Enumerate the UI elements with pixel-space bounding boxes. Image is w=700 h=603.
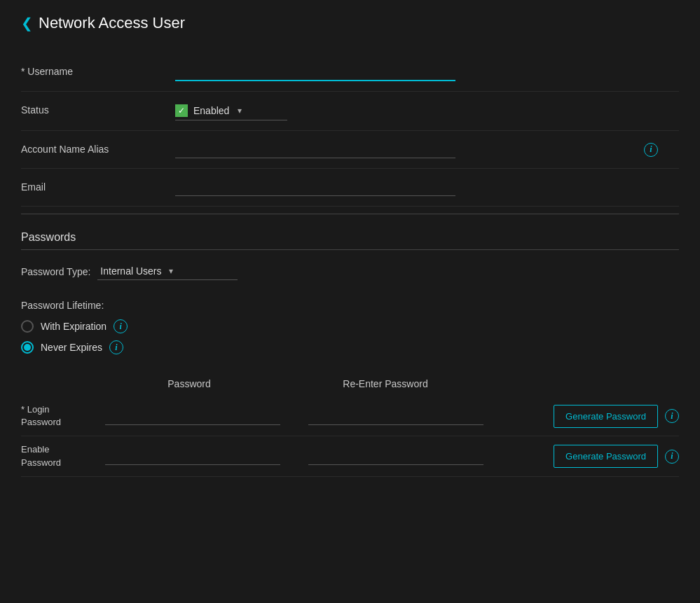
- password-lifetime-radio-group: With Expiration i Never Expires i: [21, 319, 679, 354]
- enable-password-label: EnablePassword: [21, 443, 98, 469]
- account-name-alias-label: Account Name Alias: [21, 141, 175, 155]
- account-alias-info-icon[interactable]: i: [644, 143, 658, 157]
- login-generate-password-button[interactable]: Generate Password: [554, 405, 658, 428]
- status-dropdown[interactable]: ✓ Enabled ▾: [175, 102, 287, 120]
- never-expires-label: Never Expires: [41, 342, 102, 353]
- login-password-reenter-input[interactable]: [308, 408, 483, 425]
- username-input-wrapper: [175, 63, 455, 81]
- page-title-bar: ❮ Network Access User: [21, 14, 679, 32]
- username-label: * Username: [21, 63, 175, 77]
- passwords-section-header: Passwords: [21, 221, 679, 250]
- never-expires-radio[interactable]: [21, 341, 34, 354]
- with-expiration-option[interactable]: With Expiration i: [21, 319, 679, 333]
- enable-password-info-icon[interactable]: i: [665, 450, 679, 464]
- password-fields-section: Password Re-Enter Password * LoginPasswo…: [21, 378, 679, 477]
- email-input-wrapper: [175, 179, 455, 196]
- back-arrow-icon[interactable]: ❮: [21, 15, 33, 32]
- password-columns-header: Password Re-Enter Password: [21, 378, 679, 389]
- enable-generate-password-button[interactable]: Generate Password: [554, 445, 658, 468]
- passwords-section-divider: [21, 214, 679, 214]
- page-title: Network Access User: [39, 14, 185, 32]
- password-lifetime-section: Password Lifetime: With Expiration i Nev…: [21, 290, 679, 364]
- password-type-dropdown-arrow-icon: ▾: [169, 266, 173, 276]
- login-password-label: * LoginPassword: [21, 403, 98, 429]
- status-value: Enabled: [193, 105, 229, 116]
- enable-password-actions: Generate Password i: [554, 445, 679, 468]
- account-name-alias-input-wrapper: [175, 141, 455, 158]
- with-expiration-info-icon[interactable]: i: [114, 319, 128, 333]
- login-password-input[interactable]: [105, 408, 280, 425]
- username-row: * Username: [21, 53, 679, 92]
- status-label: Status: [21, 102, 175, 116]
- login-password-row: * LoginPassword Generate Password i: [21, 396, 679, 436]
- password-type-label: Password Type:: [21, 266, 90, 277]
- password-type-value: Internal Users: [100, 265, 161, 277]
- with-expiration-radio[interactable]: [21, 320, 34, 333]
- email-input[interactable]: [175, 179, 455, 196]
- email-label: Email: [21, 179, 175, 193]
- password-type-row: Password Type: Internal Users ▾: [21, 253, 679, 290]
- login-password-info-icon[interactable]: i: [665, 409, 679, 423]
- never-expires-option[interactable]: Never Expires i: [21, 340, 679, 354]
- enable-password-reenter-wrapper: [308, 448, 483, 465]
- enable-password-row: EnablePassword Generate Password i: [21, 436, 679, 476]
- never-expires-info-icon[interactable]: i: [109, 340, 123, 354]
- enabled-checkbox-icon: ✓: [175, 104, 188, 117]
- password-lifetime-label: Password Lifetime:: [21, 300, 679, 311]
- login-password-reenter-wrapper: [308, 408, 483, 425]
- enable-password-input-wrapper: [105, 448, 280, 465]
- enable-password-input[interactable]: [105, 448, 280, 465]
- email-row: Email: [21, 169, 679, 207]
- login-password-actions: Generate Password i: [554, 405, 679, 428]
- login-password-input-wrapper: [105, 408, 280, 425]
- status-dropdown-wrapper: ✓ Enabled ▾: [175, 102, 455, 120]
- password-col-header: Password: [98, 378, 280, 389]
- status-dropdown-arrow-icon: ▾: [238, 106, 242, 116]
- with-expiration-label: With Expiration: [41, 321, 107, 332]
- enable-password-reenter-input[interactable]: [308, 448, 483, 465]
- username-input[interactable]: [175, 63, 455, 81]
- account-name-alias-row: Account Name Alias i: [21, 131, 679, 169]
- account-name-alias-input[interactable]: [175, 141, 455, 158]
- password-type-dropdown[interactable]: Internal Users ▾: [97, 263, 238, 280]
- status-row: Status ✓ Enabled ▾: [21, 92, 679, 131]
- reenter-col-header: Re-Enter Password: [294, 378, 476, 389]
